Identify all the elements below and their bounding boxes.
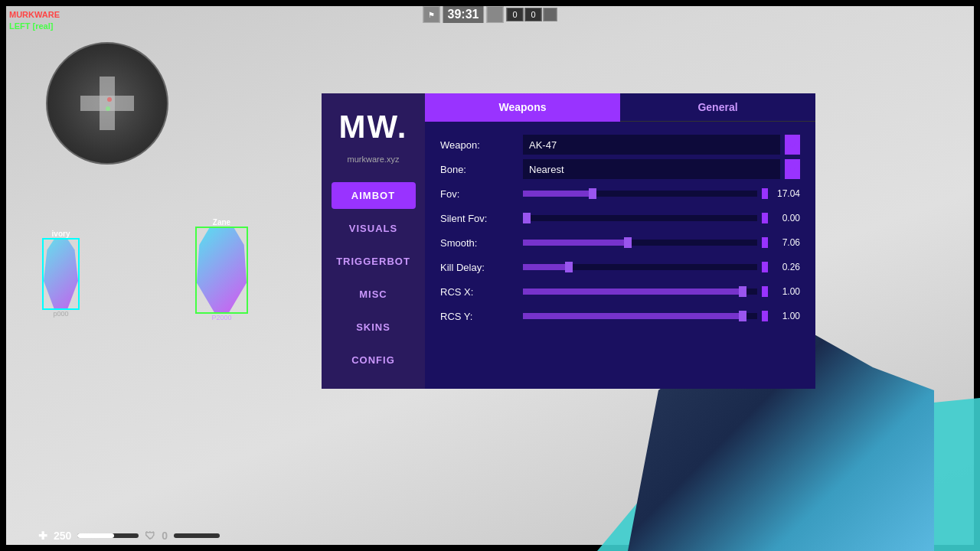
bone-dropdown[interactable]: Nearest bbox=[523, 159, 780, 179]
rcs-y-row: RCS Y: 1.00 bbox=[440, 305, 800, 327]
settings-area: Weapon: AK-47 Bone: Nearest bbox=[425, 122, 815, 339]
silent-fov-label: Silent Fov: bbox=[440, 213, 517, 224]
minimap-enemy-dot bbox=[107, 97, 112, 102]
esp-player1-box bbox=[42, 238, 80, 310]
fov-value: 17.04 bbox=[773, 188, 800, 199]
esp-player2-body bbox=[197, 228, 247, 312]
tab-general[interactable]: General bbox=[620, 93, 815, 122]
tabs-row: Weapons General bbox=[425, 93, 815, 122]
hud-player-info: MURKWARE LEFT [real] bbox=[9, 9, 60, 33]
rcs-x-value: 1.00 bbox=[773, 286, 800, 297]
content-panel: Weapons General Weapon: AK-47 Bone: bbox=[425, 93, 815, 389]
bone-control[interactable]: Nearest bbox=[523, 159, 800, 179]
fov-slider-thumb[interactable] bbox=[589, 188, 596, 199]
weapon-row: Weapon: AK-47 bbox=[440, 134, 800, 155]
rcs-y-control: 1.00 bbox=[523, 311, 800, 321]
rcs-y-slider-end bbox=[762, 311, 768, 321]
logo-text: MW. bbox=[339, 109, 408, 145]
hud-bottom: ✚ 250 🛡 0 bbox=[38, 530, 220, 542]
logo-url: murkware.xyz bbox=[348, 155, 400, 164]
rcs-x-slider-fill bbox=[523, 289, 746, 295]
t-icon bbox=[486, 6, 503, 23]
kill-delay-value: 0.26 bbox=[773, 262, 800, 272]
armor-shield-icon: 🛡 bbox=[145, 530, 155, 542]
fov-slider-track[interactable] bbox=[523, 191, 757, 197]
nav-visuals[interactable]: VISUALS bbox=[332, 215, 416, 242]
weapon-dropdown-arrow-icon bbox=[789, 142, 796, 148]
weapon-label: Weapon: bbox=[440, 139, 517, 151]
esp-player1-body bbox=[44, 240, 78, 308]
weapon-value: AK-47 bbox=[529, 139, 557, 151]
kill-delay-slider-thumb[interactable] bbox=[565, 262, 573, 272]
rcs-x-row: RCS X: 1.00 bbox=[440, 281, 800, 302]
smooth-label: Smooth: bbox=[440, 237, 517, 249]
smooth-slider-thumb[interactable] bbox=[624, 237, 632, 248]
smooth-row: Smooth: 7.06 bbox=[440, 232, 800, 253]
bone-dropdown-arrow-btn[interactable] bbox=[785, 159, 800, 179]
rcs-x-control: 1.00 bbox=[523, 286, 800, 297]
kill-delay-slider-end bbox=[762, 262, 768, 272]
border-left bbox=[0, 0, 6, 551]
nav-triggerbot[interactable]: TRIGGERBOT bbox=[332, 248, 416, 275]
smooth-slider-track[interactable] bbox=[523, 240, 757, 246]
weapon-control[interactable]: AK-47 bbox=[523, 135, 800, 155]
rcs-x-slider-thumb[interactable] bbox=[739, 286, 746, 297]
bomb-icon bbox=[543, 8, 557, 21]
scores: 0 0 bbox=[506, 8, 557, 21]
esp-player2-box bbox=[195, 227, 248, 314]
silent-fov-row: Silent Fov: 0.00 bbox=[440, 207, 800, 229]
rcs-y-label: RCS Y: bbox=[440, 311, 517, 322]
minimap-player-dot bbox=[106, 106, 110, 111]
esp-player1-label: ivory bbox=[52, 230, 70, 238]
esp-player1-health: p000 bbox=[53, 310, 68, 318]
logo-period: . bbox=[397, 109, 408, 145]
fov-slider-fill bbox=[523, 191, 589, 197]
nav-skins[interactable]: SKINS bbox=[332, 314, 416, 341]
rcs-x-slider-track[interactable] bbox=[523, 289, 757, 295]
rcs-y-slider-thumb[interactable] bbox=[739, 311, 746, 321]
minimap-cross bbox=[77, 73, 138, 134]
ct-icon: ⚑ bbox=[423, 6, 440, 23]
silent-fov-value: 0.00 bbox=[773, 213, 800, 223]
score-left: 0 bbox=[506, 8, 523, 21]
esp-player-2: Zane P2000 bbox=[195, 218, 248, 321]
kill-delay-slider-track[interactable] bbox=[523, 264, 757, 270]
weapon-dropdown[interactable]: AK-47 bbox=[523, 135, 780, 155]
fov-row: Fov: 17.04 bbox=[440, 183, 800, 204]
kill-delay-slider-fill bbox=[523, 264, 570, 270]
silent-fov-slider-end bbox=[762, 213, 768, 223]
armor-bar-background bbox=[174, 533, 220, 538]
nav-config[interactable]: CONFIG bbox=[332, 347, 416, 373]
silent-fov-slider-thumb[interactable] bbox=[523, 213, 531, 223]
bone-value: Nearest bbox=[529, 164, 564, 175]
fov-slider-end bbox=[762, 188, 768, 199]
player-team: LEFT [real] bbox=[9, 21, 60, 32]
weapon-dropdown-arrow-btn[interactable] bbox=[785, 135, 800, 155]
minimap bbox=[46, 42, 168, 165]
kill-delay-label: Kill Delay: bbox=[440, 262, 517, 273]
nav-aimbot[interactable]: AIMBOT bbox=[332, 182, 416, 209]
nav-misc[interactable]: MISC bbox=[332, 281, 416, 308]
bone-dropdown-arrow-icon bbox=[789, 167, 796, 172]
smooth-value: 7.06 bbox=[773, 237, 800, 248]
rcs-x-slider-end bbox=[762, 286, 768, 297]
health-cross-icon: ✚ bbox=[38, 530, 47, 542]
rcs-y-slider-track[interactable] bbox=[523, 313, 757, 319]
fov-label: Fov: bbox=[440, 188, 517, 200]
silent-fov-slider-track[interactable] bbox=[523, 215, 757, 221]
smooth-slider-fill bbox=[523, 240, 629, 246]
esp-player2-health: P2000 bbox=[211, 314, 231, 321]
smooth-control: 7.06 bbox=[523, 237, 800, 248]
rcs-y-slider-fill bbox=[523, 313, 746, 319]
smooth-slider-end bbox=[762, 237, 768, 248]
health-value: 250 bbox=[54, 530, 71, 542]
health-bar-background bbox=[77, 533, 139, 538]
nav-panel: MW. murkware.xyz AIMBOT VISUALS TRIGGERB… bbox=[322, 93, 425, 389]
cheat-menu: MW. murkware.xyz AIMBOT VISUALS TRIGGERB… bbox=[322, 93, 815, 389]
health-bar-fill bbox=[77, 533, 114, 538]
border-top bbox=[0, 0, 980, 6]
bone-row: Bone: Nearest bbox=[440, 158, 800, 180]
silent-fov-control: 0.00 bbox=[523, 213, 800, 223]
tab-weapons[interactable]: Weapons bbox=[425, 93, 620, 122]
bone-label: Bone: bbox=[440, 164, 517, 175]
